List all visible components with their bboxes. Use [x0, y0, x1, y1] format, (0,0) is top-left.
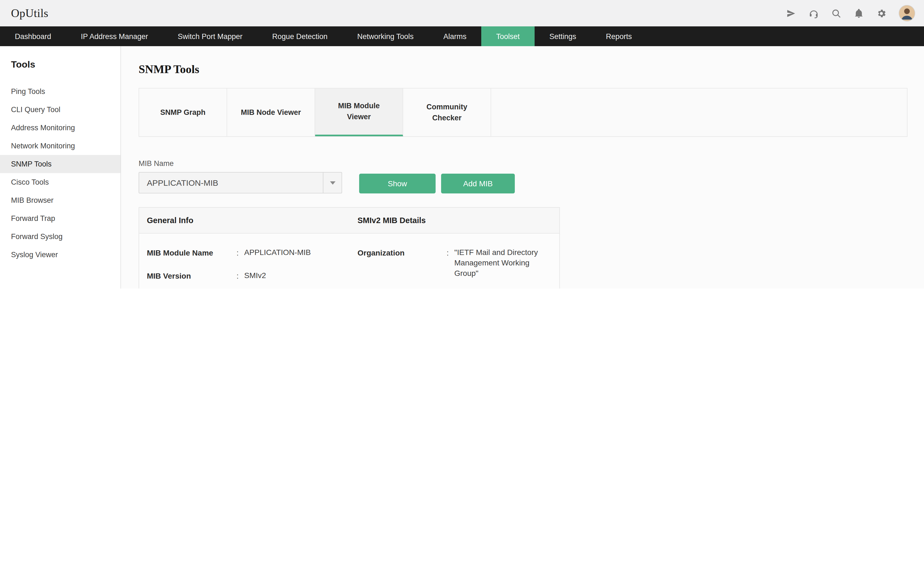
sidebar-title: Tools: [0, 60, 120, 70]
general-info-header: General Info SMIv2 MIB Details: [139, 208, 559, 234]
app-logo: OpUtils: [11, 6, 48, 20]
general-info-panel: General Info SMIv2 MIB Details MIB Modul…: [139, 207, 560, 288]
colon: :: [236, 247, 244, 258]
mib-name-label: MIB Name: [139, 159, 924, 169]
headset-icon[interactable]: [809, 8, 819, 18]
tab-community-checker[interactable]: Community Checker: [403, 89, 491, 136]
nav-item-settings[interactable]: Settings: [535, 26, 591, 46]
snmp-tool-tabs: SNMP Graph MIB Node Viewer MIB Module Vi…: [139, 88, 908, 137]
nav-item-dashboard[interactable]: Dashboard: [0, 26, 66, 46]
info-row-organization: Organization : "IETF Mail and Directory …: [357, 247, 552, 279]
general-info-column: MIB Module Name : APPLICATION-MIB MIB Ve…: [139, 247, 357, 288]
app-window: OpUtils: [0, 0, 924, 288]
sidebar-item-cli-query-tool[interactable]: CLI Query Tool: [0, 101, 120, 119]
smiv2-details-title: SMIv2 MIB Details: [357, 216, 426, 225]
sidebar-item-forward-trap[interactable]: Forward Trap: [0, 210, 120, 227]
paper-plane-icon[interactable]: [786, 8, 796, 18]
sidebar-item-address-monitoring[interactable]: Address Monitoring: [0, 119, 120, 137]
main-nav: Dashboard IP Address Manager Switch Port…: [0, 26, 924, 46]
info-value: APPLICATION-MIB: [244, 247, 357, 258]
sidebar-item-ping-tools[interactable]: Ping Tools: [0, 82, 120, 101]
smiv2-details-column: Organization : "IETF Mail and Directory …: [357, 247, 559, 288]
general-info-title: General Info: [139, 216, 357, 225]
layout: Tools Ping Tools CLI Query Tool Address …: [0, 46, 924, 288]
tabs-filler: [491, 89, 907, 136]
mib-name-selected-value: APPLICATION-MIB: [139, 172, 323, 193]
colon: :: [447, 247, 454, 279]
tools-sidebar: Tools Ping Tools CLI Query Tool Address …: [0, 46, 121, 288]
info-value: "IETF Mail and Directory Management Work…: [454, 247, 552, 279]
info-row-mib-module-name: MIB Module Name : APPLICATION-MIB: [147, 247, 357, 258]
mib-name-select[interactable]: APPLICATION-MIB: [139, 172, 342, 193]
page-title: SNMP Tools: [139, 63, 924, 76]
nav-item-toolset[interactable]: Toolset: [481, 26, 535, 46]
sidebar-item-snmp-tools[interactable]: SNMP Tools: [0, 155, 120, 173]
mib-form-row: APPLICATION-MIB Show Add MIB: [139, 172, 924, 193]
nav-item-alarms[interactable]: Alarms: [428, 26, 481, 46]
general-info-body: MIB Module Name : APPLICATION-MIB MIB Ve…: [139, 234, 559, 288]
info-label: MIB Version: [147, 270, 236, 281]
tab-snmp-graph[interactable]: SNMP Graph: [139, 89, 227, 136]
topbar: OpUtils: [0, 0, 924, 26]
sidebar-item-syslog-viewer[interactable]: Syslog Viewer: [0, 246, 120, 264]
chevron-down-icon[interactable]: [323, 172, 342, 193]
nav-item-ip-address-manager[interactable]: IP Address Manager: [66, 26, 163, 46]
tab-mib-node-viewer[interactable]: MIB Node Viewer: [227, 89, 315, 136]
sidebar-item-cisco-tools[interactable]: Cisco Tools: [0, 173, 120, 191]
gear-icon[interactable]: [876, 8, 887, 18]
info-row-mib-version: MIB Version : SMIv2: [147, 270, 357, 281]
nav-item-networking-tools[interactable]: Networking Tools: [342, 26, 428, 46]
info-value: SMIv2: [244, 270, 357, 281]
sidebar-item-mib-browser[interactable]: MIB Browser: [0, 191, 120, 210]
search-icon[interactable]: [831, 8, 842, 18]
nav-item-switch-port-mapper[interactable]: Switch Port Mapper: [163, 26, 257, 46]
tab-mib-module-viewer[interactable]: MIB Module Viewer: [315, 89, 403, 136]
colon: :: [236, 270, 244, 281]
sidebar-item-forward-syslog[interactable]: Forward Syslog: [0, 227, 120, 246]
nav-item-rogue-detection[interactable]: Rogue Detection: [257, 26, 342, 46]
add-mib-button[interactable]: Add MIB: [441, 174, 515, 193]
nav-item-reports[interactable]: Reports: [591, 26, 647, 46]
sidebar-item-network-monitoring[interactable]: Network Monitoring: [0, 137, 120, 155]
show-button[interactable]: Show: [359, 174, 436, 193]
topbar-actions: [786, 5, 915, 21]
info-label: MIB Module Name: [147, 247, 236, 258]
bell-icon[interactable]: [854, 8, 864, 18]
main-content: SNMP Tools SNMP Graph MIB Node Viewer MI…: [121, 46, 924, 288]
info-label: Organization: [357, 247, 447, 279]
avatar[interactable]: [899, 5, 915, 21]
